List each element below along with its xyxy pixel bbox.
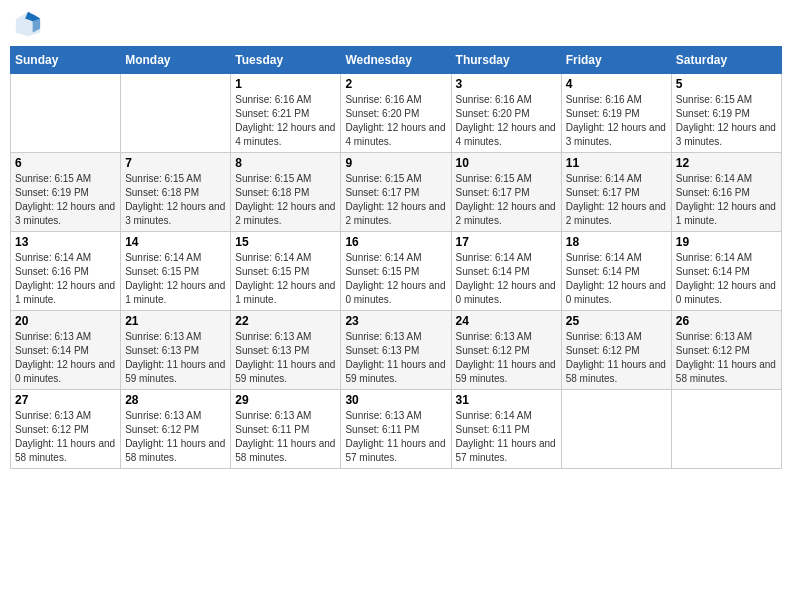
weekday-header: Sunday	[11, 47, 121, 74]
weekday-header: Monday	[121, 47, 231, 74]
header	[10, 10, 782, 38]
day-info: Sunrise: 6:15 AMSunset: 6:18 PMDaylight:…	[235, 173, 335, 226]
calendar-cell: 13 Sunrise: 6:14 AMSunset: 6:16 PMDaylig…	[11, 232, 121, 311]
day-info: Sunrise: 6:16 AMSunset: 6:19 PMDaylight:…	[566, 94, 666, 147]
calendar-cell: 15 Sunrise: 6:14 AMSunset: 6:15 PMDaylig…	[231, 232, 341, 311]
calendar-cell: 8 Sunrise: 6:15 AMSunset: 6:18 PMDayligh…	[231, 153, 341, 232]
calendar-cell	[561, 390, 671, 469]
day-info: Sunrise: 6:13 AMSunset: 6:14 PMDaylight:…	[15, 331, 115, 384]
weekday-header: Saturday	[671, 47, 781, 74]
day-info: Sunrise: 6:14 AMSunset: 6:15 PMDaylight:…	[345, 252, 445, 305]
day-number: 14	[125, 235, 226, 249]
calendar-week-row: 1 Sunrise: 6:16 AMSunset: 6:21 PMDayligh…	[11, 74, 782, 153]
logo-icon	[14, 10, 42, 38]
calendar-cell: 24 Sunrise: 6:13 AMSunset: 6:12 PMDaylig…	[451, 311, 561, 390]
calendar-cell	[671, 390, 781, 469]
calendar-cell: 26 Sunrise: 6:13 AMSunset: 6:12 PMDaylig…	[671, 311, 781, 390]
day-number: 4	[566, 77, 667, 91]
weekday-header: Friday	[561, 47, 671, 74]
calendar-cell: 19 Sunrise: 6:14 AMSunset: 6:14 PMDaylig…	[671, 232, 781, 311]
day-info: Sunrise: 6:13 AMSunset: 6:12 PMDaylight:…	[125, 410, 225, 463]
calendar-cell: 16 Sunrise: 6:14 AMSunset: 6:15 PMDaylig…	[341, 232, 451, 311]
day-number: 27	[15, 393, 116, 407]
day-info: Sunrise: 6:15 AMSunset: 6:19 PMDaylight:…	[676, 94, 776, 147]
day-info: Sunrise: 6:14 AMSunset: 6:15 PMDaylight:…	[235, 252, 335, 305]
calendar-header-row: SundayMondayTuesdayWednesdayThursdayFrid…	[11, 47, 782, 74]
day-number: 19	[676, 235, 777, 249]
calendar-cell: 9 Sunrise: 6:15 AMSunset: 6:17 PMDayligh…	[341, 153, 451, 232]
weekday-header: Tuesday	[231, 47, 341, 74]
day-info: Sunrise: 6:16 AMSunset: 6:20 PMDaylight:…	[345, 94, 445, 147]
day-number: 13	[15, 235, 116, 249]
calendar-cell: 10 Sunrise: 6:15 AMSunset: 6:17 PMDaylig…	[451, 153, 561, 232]
day-info: Sunrise: 6:13 AMSunset: 6:12 PMDaylight:…	[456, 331, 556, 384]
calendar-cell: 25 Sunrise: 6:13 AMSunset: 6:12 PMDaylig…	[561, 311, 671, 390]
day-number: 31	[456, 393, 557, 407]
day-number: 18	[566, 235, 667, 249]
day-info: Sunrise: 6:14 AMSunset: 6:14 PMDaylight:…	[676, 252, 776, 305]
day-info: Sunrise: 6:13 AMSunset: 6:12 PMDaylight:…	[15, 410, 115, 463]
day-number: 28	[125, 393, 226, 407]
day-info: Sunrise: 6:16 AMSunset: 6:21 PMDaylight:…	[235, 94, 335, 147]
day-number: 9	[345, 156, 446, 170]
weekday-header: Thursday	[451, 47, 561, 74]
day-info: Sunrise: 6:15 AMSunset: 6:17 PMDaylight:…	[345, 173, 445, 226]
day-info: Sunrise: 6:14 AMSunset: 6:17 PMDaylight:…	[566, 173, 666, 226]
day-info: Sunrise: 6:14 AMSunset: 6:16 PMDaylight:…	[15, 252, 115, 305]
day-info: Sunrise: 6:13 AMSunset: 6:13 PMDaylight:…	[125, 331, 225, 384]
weekday-header: Wednesday	[341, 47, 451, 74]
logo	[14, 10, 46, 38]
calendar-cell: 2 Sunrise: 6:16 AMSunset: 6:20 PMDayligh…	[341, 74, 451, 153]
day-info: Sunrise: 6:13 AMSunset: 6:13 PMDaylight:…	[345, 331, 445, 384]
day-info: Sunrise: 6:16 AMSunset: 6:20 PMDaylight:…	[456, 94, 556, 147]
day-info: Sunrise: 6:15 AMSunset: 6:19 PMDaylight:…	[15, 173, 115, 226]
calendar-cell: 11 Sunrise: 6:14 AMSunset: 6:17 PMDaylig…	[561, 153, 671, 232]
day-info: Sunrise: 6:15 AMSunset: 6:17 PMDaylight:…	[456, 173, 556, 226]
calendar-cell: 12 Sunrise: 6:14 AMSunset: 6:16 PMDaylig…	[671, 153, 781, 232]
calendar-cell: 21 Sunrise: 6:13 AMSunset: 6:13 PMDaylig…	[121, 311, 231, 390]
day-info: Sunrise: 6:14 AMSunset: 6:14 PMDaylight:…	[456, 252, 556, 305]
day-number: 29	[235, 393, 336, 407]
calendar-cell: 27 Sunrise: 6:13 AMSunset: 6:12 PMDaylig…	[11, 390, 121, 469]
day-number: 16	[345, 235, 446, 249]
day-number: 7	[125, 156, 226, 170]
calendar-cell: 3 Sunrise: 6:16 AMSunset: 6:20 PMDayligh…	[451, 74, 561, 153]
day-number: 26	[676, 314, 777, 328]
calendar-cell: 18 Sunrise: 6:14 AMSunset: 6:14 PMDaylig…	[561, 232, 671, 311]
calendar-cell: 30 Sunrise: 6:13 AMSunset: 6:11 PMDaylig…	[341, 390, 451, 469]
calendar-cell: 23 Sunrise: 6:13 AMSunset: 6:13 PMDaylig…	[341, 311, 451, 390]
day-number: 24	[456, 314, 557, 328]
day-number: 8	[235, 156, 336, 170]
calendar-cell: 29 Sunrise: 6:13 AMSunset: 6:11 PMDaylig…	[231, 390, 341, 469]
calendar-cell: 14 Sunrise: 6:14 AMSunset: 6:15 PMDaylig…	[121, 232, 231, 311]
calendar-week-row: 6 Sunrise: 6:15 AMSunset: 6:19 PMDayligh…	[11, 153, 782, 232]
day-number: 11	[566, 156, 667, 170]
day-number: 22	[235, 314, 336, 328]
day-number: 20	[15, 314, 116, 328]
day-number: 25	[566, 314, 667, 328]
day-number: 3	[456, 77, 557, 91]
calendar-cell	[121, 74, 231, 153]
day-info: Sunrise: 6:13 AMSunset: 6:13 PMDaylight:…	[235, 331, 335, 384]
day-number: 1	[235, 77, 336, 91]
day-info: Sunrise: 6:14 AMSunset: 6:14 PMDaylight:…	[566, 252, 666, 305]
day-info: Sunrise: 6:14 AMSunset: 6:11 PMDaylight:…	[456, 410, 556, 463]
day-number: 21	[125, 314, 226, 328]
calendar-cell: 1 Sunrise: 6:16 AMSunset: 6:21 PMDayligh…	[231, 74, 341, 153]
day-info: Sunrise: 6:15 AMSunset: 6:18 PMDaylight:…	[125, 173, 225, 226]
day-number: 12	[676, 156, 777, 170]
day-number: 6	[15, 156, 116, 170]
calendar-cell: 17 Sunrise: 6:14 AMSunset: 6:14 PMDaylig…	[451, 232, 561, 311]
day-info: Sunrise: 6:13 AMSunset: 6:12 PMDaylight:…	[566, 331, 666, 384]
calendar-cell: 20 Sunrise: 6:13 AMSunset: 6:14 PMDaylig…	[11, 311, 121, 390]
calendar-cell: 4 Sunrise: 6:16 AMSunset: 6:19 PMDayligh…	[561, 74, 671, 153]
day-info: Sunrise: 6:14 AMSunset: 6:15 PMDaylight:…	[125, 252, 225, 305]
calendar-cell: 5 Sunrise: 6:15 AMSunset: 6:19 PMDayligh…	[671, 74, 781, 153]
day-number: 23	[345, 314, 446, 328]
calendar-week-row: 27 Sunrise: 6:13 AMSunset: 6:12 PMDaylig…	[11, 390, 782, 469]
calendar-week-row: 20 Sunrise: 6:13 AMSunset: 6:14 PMDaylig…	[11, 311, 782, 390]
day-info: Sunrise: 6:13 AMSunset: 6:11 PMDaylight:…	[235, 410, 335, 463]
calendar-cell: 7 Sunrise: 6:15 AMSunset: 6:18 PMDayligh…	[121, 153, 231, 232]
calendar-week-row: 13 Sunrise: 6:14 AMSunset: 6:16 PMDaylig…	[11, 232, 782, 311]
calendar-cell: 22 Sunrise: 6:13 AMSunset: 6:13 PMDaylig…	[231, 311, 341, 390]
